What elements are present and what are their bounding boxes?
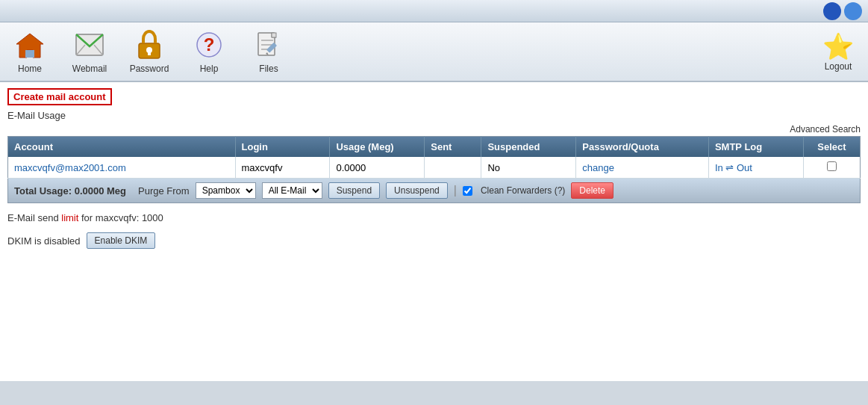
dkim-section: DKIM is disabled Enable DKIM (7, 232, 861, 249)
enable-dkim-button[interactable]: Enable DKIM (87, 232, 156, 249)
logout-icon: ⭐ (822, 31, 854, 61)
header-bar (0, 0, 868, 22)
filter-select[interactable]: All E-Mail Read Unread (262, 182, 322, 199)
col-login: Login (235, 137, 330, 158)
main-content: Create mail account E-Mail Usage Advance… (0, 82, 868, 381)
advanced-search-link[interactable]: Advanced Search (7, 124, 861, 135)
col-select: Select (803, 137, 860, 158)
create-mail-account-link[interactable]: Create mail account (7, 88, 112, 105)
unsuspend-button[interactable]: Unsuspend (386, 182, 448, 199)
col-suspended: Suspended (481, 137, 576, 158)
suspend-button[interactable]: Suspend (328, 182, 380, 199)
email-usage-title: E-Mail Usage (7, 110, 861, 121)
cell-suspended: No (481, 157, 576, 179)
cell-usage: 0.0000 (330, 157, 425, 179)
col-sent: Sent (425, 137, 481, 158)
clean-forwarders-checkbox[interactable] (463, 186, 472, 196)
webmail-icon (74, 29, 105, 61)
smtp-log-link[interactable]: In ⇌ Out (715, 162, 752, 173)
logo-dot-1 (823, 2, 841, 20)
table-header-row: Account Login Usage (Meg) Sent Suspended… (8, 137, 861, 158)
svg-rect-1 (25, 50, 34, 58)
cell-smtp-log: In ⇌ Out (708, 157, 803, 179)
files-label: Files (259, 64, 278, 74)
send-limit-text: E-Mail send limit for maxcvqfv: 1000 (7, 212, 861, 223)
help-label: Help (200, 64, 219, 74)
row-select-checkbox[interactable] (827, 161, 837, 171)
cell-select (803, 157, 860, 179)
col-smtp-log: SMTP Log (708, 137, 803, 158)
password-icon (134, 29, 165, 61)
svg-rect-12 (272, 33, 276, 37)
nav-toolbar: Home Webmail Password (0, 22, 868, 82)
home-label: Home (18, 64, 42, 74)
password-label: Password (130, 64, 169, 74)
total-usage-label: Total Usage: 0.0000 Meg (14, 185, 126, 197)
table-row: maxcvqfv@max2001.com maxcvqfv 0.0000 No … (8, 157, 861, 179)
nav-item-help[interactable]: ? Help (187, 29, 231, 74)
col-password-quota: Password/Quota (576, 137, 709, 158)
col-account: Account (8, 137, 236, 158)
separator: | (454, 184, 457, 197)
purge-from-select[interactable]: Spambox Trash Inbox (196, 182, 256, 199)
mail-accounts-table: Account Login Usage (Meg) Sent Suspended… (7, 136, 861, 179)
table-footer-row: Total Usage: 0.0000 Meg Purge From Spamb… (7, 179, 861, 203)
cell-sent (425, 157, 481, 179)
logout-label: Logout (825, 61, 852, 72)
delete-button[interactable]: Delete (571, 182, 613, 199)
webmail-label: Webmail (72, 64, 107, 74)
limit-highlight: limit (61, 212, 78, 223)
clean-forwarders-label[interactable]: Clean Forwarders (?) (481, 185, 565, 196)
cell-password-quota: change (576, 157, 709, 179)
col-usage: Usage (Meg) (330, 137, 425, 158)
home-icon (14, 29, 46, 61)
nav-item-files[interactable]: Files (246, 29, 291, 74)
nav-item-home[interactable]: Home (7, 29, 52, 74)
svg-text:?: ? (204, 34, 215, 55)
help-icon: ? (193, 29, 225, 61)
dkim-status-text: DKIM is disabled (7, 235, 81, 247)
info-section: E-Mail send limit for maxcvqfv: 1000 DKI… (7, 203, 861, 258)
account-email-link[interactable]: maxcvqfv@max2001.com (14, 162, 126, 173)
cell-account: maxcvqfv@max2001.com (8, 157, 236, 179)
logo-dot-2 (844, 2, 862, 20)
nav-item-webmail[interactable]: Webmail (67, 29, 112, 74)
logo-area (823, 2, 862, 20)
purge-from-label: Purge From (138, 185, 190, 197)
svg-rect-7 (148, 50, 151, 55)
logout-button[interactable]: ⭐ Logout (816, 31, 861, 72)
change-password-link[interactable]: change (582, 162, 614, 173)
cell-login: maxcvqfv (235, 157, 330, 179)
files-icon (253, 29, 284, 61)
nav-item-password[interactable]: Password (127, 29, 172, 74)
